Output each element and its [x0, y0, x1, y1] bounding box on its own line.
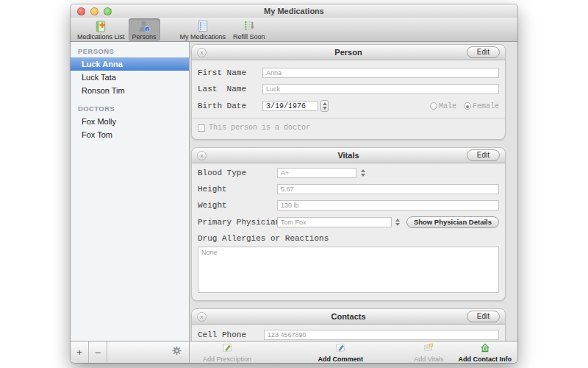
close-window-icon[interactable] — [77, 7, 85, 15]
contacts-panel: Contacts x Edit Cell Phone 123 4567890 H… — [191, 308, 506, 341]
primary-physician-row: Primary Physician Tom Fox Show Physician… — [198, 216, 499, 228]
female-radio-icon — [464, 102, 471, 110]
gear-icon[interactable] — [171, 345, 182, 359]
cell-phone-field[interactable]: 123 4567890 — [264, 330, 499, 340]
blood-type-row: Blood Type A+ — [198, 168, 499, 178]
person-panel: Person x Edit First Name Anna Last Name … — [191, 44, 506, 140]
person-panel-header: Person x Edit — [192, 45, 505, 60]
detail-pane: Person x Edit First Name Anna Last Name … — [190, 42, 517, 341]
vitals-panel-title: Vitals — [192, 151, 505, 160]
persons-icon: i — [135, 19, 153, 33]
toolbar: Medications List i Persons My Medication… — [71, 18, 517, 42]
first-name-label: First Name — [198, 68, 262, 77]
action-bar: Add Prescription Add Comment Add Vitals — [190, 342, 517, 363]
toolbar-label: Persons — [132, 33, 157, 40]
contacts-panel-title: Contacts — [192, 312, 505, 321]
cell-phone-row: Cell Phone 123 4567890 — [198, 330, 499, 340]
weight-row: Weight 130 lb — [198, 200, 499, 210]
height-field[interactable]: 5.67 — [277, 184, 499, 194]
height-label: Height — [198, 185, 277, 194]
sidebar-item-fox-molly[interactable]: Fox Molly — [71, 115, 189, 128]
contacts-close-icon[interactable]: x — [197, 312, 207, 322]
refill-soon-icon — [240, 19, 258, 33]
bottom-bar: + – Add Prescription Add Comment — [71, 341, 517, 363]
sidebar-item-ronson-tim[interactable]: Ronson Tim — [71, 84, 189, 97]
primary-physician-stepper[interactable] — [394, 219, 402, 226]
last-name-field[interactable]: Luck — [262, 84, 499, 94]
vitals-edit-button[interactable]: Edit — [467, 149, 500, 161]
sidebar-item-luck-anna[interactable]: Luck Anna — [71, 57, 189, 71]
birth-date-field[interactable]: 3/19/1976 — [262, 101, 318, 111]
sidebar-item-luck-tata[interactable]: Luck Tata — [71, 71, 189, 84]
toolbar-persons-button[interactable]: i Persons — [129, 18, 160, 41]
gender-male-radio[interactable]: Male — [430, 102, 456, 110]
traffic-lights — [77, 7, 112, 15]
contacts-edit-button[interactable]: Edit — [467, 311, 500, 322]
add-prescription-icon — [220, 342, 234, 356]
weight-field[interactable]: 130 lb — [277, 200, 499, 210]
birth-date-row: Birth Date 3/19/1976 Male Female — [198, 100, 499, 112]
toolbar-label: Medications List — [77, 33, 125, 40]
last-name-label: Last Name — [198, 85, 262, 93]
window-title: My Medications — [264, 7, 324, 15]
medications-list-icon — [92, 19, 110, 33]
person-panel-title: Person — [192, 48, 505, 57]
add-person-button[interactable]: + — [71, 342, 89, 363]
birth-date-stepper[interactable] — [320, 100, 329, 112]
title-bar: My Medications — [71, 4, 517, 18]
vitals-panel-header: Vitals x Edit — [192, 148, 505, 163]
sidebar-footer: + – — [71, 342, 190, 363]
sidebar-item-fox-tom[interactable]: Fox Tom — [71, 128, 189, 141]
toolbar-label: Refill Soon — [233, 33, 265, 40]
primary-physician-field[interactable]: Tom Fox — [277, 217, 392, 227]
add-comment-button[interactable]: Add Comment — [318, 342, 363, 363]
toolbar-label: My Medications — [180, 33, 226, 40]
blood-type-field[interactable]: A+ — [277, 168, 356, 178]
height-row: Height 5.67 — [198, 184, 499, 194]
add-vitals-button[interactable]: Add Vitals — [414, 342, 443, 363]
male-radio-icon — [430, 102, 437, 110]
drug-allergies-textarea[interactable]: None — [198, 247, 499, 293]
my-medications-icon — [194, 19, 212, 33]
sidebar: PERSONS Luck Anna Luck Tata Ronson Tim D… — [71, 42, 190, 341]
add-prescription-button[interactable]: Add Prescription — [203, 342, 251, 363]
add-contact-info-button[interactable]: Add Contact Info — [459, 342, 512, 363]
first-name-field[interactable]: Anna — [262, 68, 499, 78]
doctor-checkbox-icon — [198, 124, 205, 132]
sidebar-group-doctors: DOCTORS — [71, 103, 189, 115]
gender-female-radio[interactable]: Female — [464, 102, 499, 110]
show-physician-details-button[interactable]: Show Physician Details — [406, 216, 499, 228]
svg-text:i: i — [147, 27, 148, 32]
doctor-checkbox-row[interactable]: This person is a doctor — [198, 124, 499, 132]
first-name-row: First Name Anna — [198, 68, 499, 78]
person-edit-button[interactable]: Edit — [467, 46, 500, 58]
blood-type-label: Blood Type — [198, 169, 277, 177]
add-vitals-icon — [422, 342, 435, 356]
cell-phone-label: Cell Phone — [198, 330, 264, 339]
primary-physician-label: Primary Physician — [198, 218, 277, 227]
toolbar-refill-soon-button[interactable]: Refill Soon — [229, 18, 269, 41]
toolbar-medications-list-button[interactable]: Medications List — [74, 18, 129, 41]
person-close-icon[interactable]: x — [197, 48, 207, 57]
zoom-window-icon[interactable] — [104, 7, 112, 15]
toolbar-my-medications-button[interactable]: My Medications — [176, 18, 230, 41]
app-window: My Medications Medications List i Person… — [71, 4, 517, 363]
weight-label: Weight — [198, 201, 277, 210]
sidebar-group-persons: PERSONS — [71, 46, 189, 57]
birth-date-label: Birth Date — [198, 102, 262, 110]
content-area: PERSONS Luck Anna Luck Tata Ronson Tim D… — [71, 42, 517, 341]
person-divider — [192, 118, 505, 118]
last-name-row: Last Name Luck — [198, 84, 499, 94]
drug-allergies-label: Drug Allergies or Reactions — [198, 234, 499, 243]
doctor-checkbox-label: This person is a doctor — [209, 124, 310, 132]
vitals-close-icon[interactable]: x — [197, 151, 207, 160]
contacts-panel-header: Contacts x Edit — [192, 309, 505, 325]
blood-type-stepper[interactable] — [359, 169, 367, 177]
minimize-window-icon[interactable] — [90, 7, 98, 15]
vitals-panel: Vitals x Edit Blood Type A+ Height 5.67 — [191, 147, 506, 301]
remove-person-button[interactable]: – — [89, 342, 107, 363]
add-comment-icon — [334, 342, 347, 356]
add-contact-info-icon — [478, 342, 492, 356]
